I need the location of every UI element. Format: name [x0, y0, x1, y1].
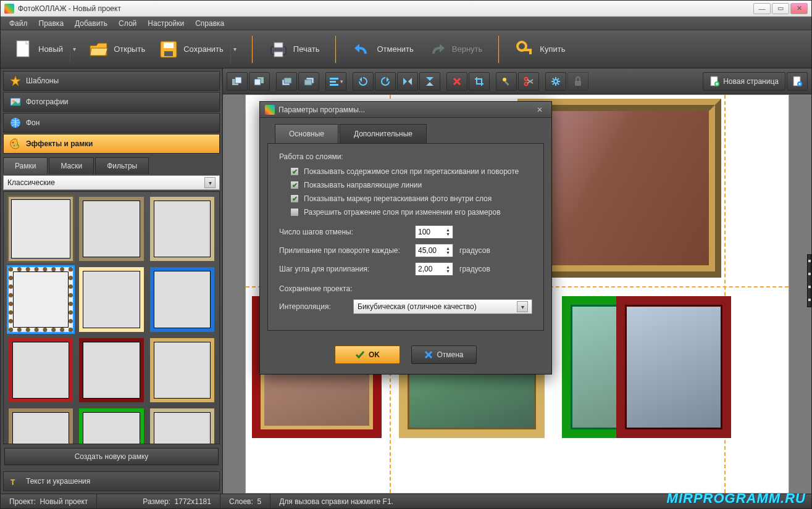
settings-dialog: Параметры программы... ✕ Основные Дополн…: [259, 101, 552, 375]
svg-rect-4: [164, 51, 173, 56]
sidebar-photos[interactable]: Фотографии: [3, 92, 220, 112]
group-layers-title: Работа со слоями:: [279, 152, 532, 161]
window-title: ФотоКОЛЛАЖ - Новый проект: [18, 4, 121, 13]
svg-marker-38: [426, 82, 433, 86]
frame-thumb[interactable]: [79, 267, 143, 331]
frame-thumb[interactable]: [150, 267, 214, 331]
chevron-down-icon: ▾: [517, 301, 528, 312]
wand-icon[interactable]: [496, 72, 517, 91]
frame-thumb-selected[interactable]: [9, 267, 73, 331]
photo-frame[interactable]: [616, 296, 731, 438]
svg-rect-12: [529, 51, 532, 54]
frame-thumb[interactable]: [9, 338, 73, 402]
svg-rect-29: [304, 80, 312, 85]
delete-icon[interactable]: [446, 72, 467, 91]
frame-thumb[interactable]: [79, 408, 143, 444]
snap-rotate-input[interactable]: 45,00▲▼: [415, 244, 453, 257]
toolbar-print[interactable]: Печать: [262, 35, 327, 64]
sidebar-background[interactable]: Фон: [3, 113, 220, 133]
checkbox-allow-reflect[interactable]: .Разрешить отражение слоя при изменении …: [290, 208, 532, 217]
gear-icon[interactable]: [545, 72, 566, 91]
svg-rect-25: [254, 79, 261, 85]
lock-icon[interactable]: [567, 72, 588, 91]
subtab-frames[interactable]: Рамки: [3, 157, 48, 174]
svg-rect-3: [164, 43, 174, 48]
dialog-tab-main[interactable]: Основные: [275, 124, 338, 143]
sidebar-effects[interactable]: Эффекты и рамки: [3, 134, 220, 154]
sidebar-textdeco[interactable]: T Текст и украшения: [3, 471, 220, 491]
menu-edit[interactable]: Правка: [34, 17, 69, 30]
menubar: Файл Правка Добавить Слой Настройки Спра…: [1, 17, 811, 30]
frames-grid[interactable]: [3, 191, 220, 444]
flip-h-icon[interactable]: [397, 72, 418, 91]
toolbar-new[interactable]: Новый: [7, 35, 70, 64]
zoom-strip[interactable]: [807, 254, 811, 307]
page-add-icon: [709, 76, 719, 87]
dialog-buttons: OK Отмена: [260, 338, 551, 374]
undo-steps-input[interactable]: 100▲▼: [415, 225, 453, 239]
page-settings-icon[interactable]: [787, 72, 808, 91]
menu-settings[interactable]: Настройки: [143, 17, 189, 30]
app-window: ФотоКОЛЛАЖ - Новый проект — ▭ ✕ Файл Пра…: [0, 0, 812, 509]
ok-button[interactable]: OK: [335, 346, 400, 364]
toolbar-redo[interactable]: Вернуть: [421, 35, 490, 64]
new-page-button[interactable]: Новая страница: [703, 72, 785, 91]
undo-icon: [352, 39, 372, 59]
svg-point-49: [799, 83, 801, 85]
menu-help[interactable]: Справка: [190, 17, 229, 30]
toolbar-buy[interactable]: Купить: [508, 35, 572, 64]
close-button[interactable]: ✕: [790, 3, 808, 14]
frame-thumb[interactable]: [9, 408, 73, 444]
menu-layer[interactable]: Слой: [114, 17, 141, 30]
crop-icon[interactable]: [469, 72, 490, 91]
minimize-button[interactable]: —: [753, 3, 771, 14]
frame-thumb[interactable]: [150, 408, 214, 444]
toolbar-new-dropdown[interactable]: ▾: [70, 36, 78, 62]
toolbar-save-dropdown[interactable]: ▾: [230, 36, 239, 62]
rotate-left-icon[interactable]: [353, 72, 374, 91]
layer-back-icon[interactable]: [249, 72, 270, 91]
toolbar-sep: [498, 36, 500, 63]
frame-category-select[interactable]: Классические ▾: [3, 175, 220, 190]
flip-v-icon[interactable]: [419, 72, 440, 91]
toolbar-save[interactable]: Сохранить: [152, 35, 230, 64]
sidebar-templates[interactable]: Шаблоны: [3, 71, 220, 91]
layer-up-icon[interactable]: [276, 72, 297, 91]
menu-file[interactable]: Файл: [4, 17, 33, 30]
svg-point-20: [17, 144, 19, 146]
frame-thumb[interactable]: [9, 197, 73, 261]
checkbox-show-marker[interactable]: ✔Показывать маркер перетаскивания фото в…: [290, 194, 532, 203]
degrees-label: градусов: [459, 265, 490, 273]
svg-text:T: T: [10, 478, 15, 487]
snap-rotate-label: Прилипание при повороте каждые:: [279, 246, 409, 255]
snap-angle-input[interactable]: 2,00▲▼: [415, 262, 453, 276]
svg-marker-36: [408, 78, 412, 85]
maximize-button[interactable]: ▭: [772, 3, 789, 14]
subtab-filters[interactable]: Фильтры: [95, 157, 149, 174]
rotate-right-icon[interactable]: [375, 72, 396, 91]
toolbar-undo[interactable]: Отменить: [345, 35, 420, 64]
cancel-button[interactable]: Отмена: [411, 346, 477, 364]
snap-angle-label: Шаг угла для прилипания:: [279, 265, 409, 273]
layer-front-icon[interactable]: [227, 72, 248, 91]
toolbar-open[interactable]: Открыть: [82, 35, 152, 64]
dialog-tab-extra[interactable]: Дополнительные: [340, 124, 427, 143]
frame-thumb[interactable]: [150, 197, 214, 261]
interpolation-select[interactable]: Бикубическая (отличное качество) ▾: [353, 299, 532, 314]
frame-thumb[interactable]: [150, 338, 214, 402]
subtab-masks[interactable]: Маски: [49, 157, 94, 174]
menu-add[interactable]: Добавить: [70, 17, 112, 30]
align-icon[interactable]: ▾: [325, 72, 346, 91]
dialog-titlebar[interactable]: Параметры программы... ✕: [260, 102, 551, 118]
frame-thumb[interactable]: [79, 197, 143, 261]
dialog-close-icon[interactable]: ✕: [533, 104, 546, 115]
checkbox-show-content[interactable]: ✔Показывать содержимое слоя при перетаск…: [290, 167, 532, 176]
scissors-icon[interactable]: [518, 72, 539, 91]
layer-down-icon[interactable]: [298, 72, 319, 91]
frame-thumb[interactable]: [79, 338, 143, 402]
photo-icon: [10, 96, 21, 107]
checkbox-show-guides[interactable]: ✔Показывать направляющие линии: [290, 181, 532, 189]
svg-marker-35: [403, 78, 407, 85]
create-new-frame-button[interactable]: Создать новую рамку: [4, 448, 219, 465]
file-new-icon: [14, 39, 33, 59]
